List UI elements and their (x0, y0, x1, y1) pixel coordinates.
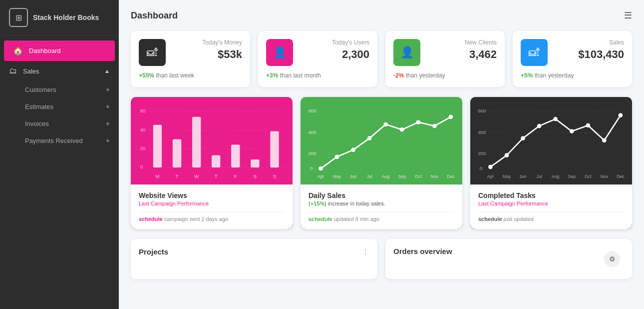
clients-value: 3,462 (465, 48, 497, 61)
svg-point-36 (432, 124, 437, 128)
svg-rect-9 (173, 140, 181, 168)
clients-change-text: than yesterday (406, 72, 445, 79)
svg-text:Nov: Nov (601, 174, 609, 179)
svg-text:Apr: Apr (487, 174, 494, 179)
clients-footer: -2% than yesterday (393, 72, 497, 79)
hamburger-menu-icon[interactable]: ☰ (624, 10, 632, 21)
svg-point-58 (553, 117, 558, 122)
website-views-chart-area: 60 40 20 0 (131, 97, 293, 184)
bar-chart-svg: 60 40 20 0 (136, 102, 288, 184)
sidebar-item-customers[interactable]: Customers + (0, 81, 119, 98)
sidebar-item-estimates[interactable]: Estimates + (0, 98, 119, 115)
sales-change: +5% (521, 72, 533, 79)
clients-change: -2% (393, 72, 404, 79)
stat-card-sales: 🛋 Sales $103,430 +5% than yesterday (513, 31, 632, 87)
money-info: Today's Money $53k (202, 39, 242, 61)
gear-settings-button[interactable]: ⚙ (604, 251, 620, 267)
main-content: Dashboard ☰ 🛋 Today's Money $53k +55% th… (119, 0, 644, 309)
svg-point-59 (570, 129, 574, 134)
svg-text:Dec: Dec (447, 174, 455, 179)
svg-point-62 (619, 113, 623, 118)
svg-point-55 (505, 153, 509, 158)
add-estimates-icon[interactable]: + (106, 102, 110, 110)
daily-sales-title: Daily Sales (309, 192, 454, 200)
svg-rect-12 (231, 144, 240, 168)
money-change-text: than last week (156, 72, 194, 79)
svg-text:Jun: Jun (350, 174, 357, 179)
stat-card-money: 🛋 Today's Money $53k +55% than last week (131, 31, 250, 87)
logo-area: ⊞ Stack Holder Books (0, 0, 119, 36)
sidebar-item-payments[interactable]: Payments Received + (0, 132, 119, 149)
sidebar-item-dashboard[interactable]: 🏠 Dashboard (4, 40, 115, 61)
sidebar-item-invoices[interactable]: Invoices + (0, 115, 119, 132)
sidebar-item-sales[interactable]: 🗂 Sales ▲ (0, 61, 119, 81)
orders-header: Orders overview (393, 247, 624, 256)
svg-point-30 (335, 154, 339, 159)
stat-card-top: 👤 Today's Users 2,300 (266, 39, 369, 66)
svg-text:200: 200 (478, 151, 486, 156)
svg-text:600: 600 (308, 108, 316, 114)
svg-text:Sep: Sep (398, 174, 406, 179)
svg-rect-11 (212, 155, 220, 167)
svg-text:60: 60 (140, 108, 146, 114)
completed-tasks-schedule-text: just updated (504, 216, 534, 222)
orders-card: Orders overview (385, 239, 632, 279)
add-customers-icon[interactable]: + (106, 86, 110, 94)
daily-sales-footer: schedule updated 4 min ago (309, 212, 454, 222)
users-info: Today's Users 2,300 (332, 39, 369, 61)
sidebar-dashboard-label: Dashboard (29, 47, 61, 54)
sidebar: ⊞ Stack Holder Books 🏠 Dashboard 🗂 Sales… (0, 0, 119, 309)
svg-rect-10 (192, 117, 201, 168)
daily-sales-card: 600 400 200 0 (301, 97, 462, 229)
svg-text:S: S (254, 174, 257, 179)
svg-text:May: May (333, 174, 341, 179)
daily-sales-schedule: schedule (309, 216, 332, 222)
add-invoices-icon[interactable]: + (106, 120, 110, 128)
daily-sales-subtitle-text: increase in today sales. (328, 200, 385, 206)
svg-text:Dec: Dec (617, 174, 625, 179)
website-views-card: 60 40 20 0 (131, 97, 293, 229)
page-header: Dashboard ☰ (131, 10, 632, 21)
svg-point-61 (602, 138, 607, 142)
completed-tasks-footer: schedule just updated (478, 212, 624, 222)
svg-point-29 (319, 166, 323, 171)
svg-text:Aug: Aug (552, 174, 560, 179)
line-chart-green-svg: 600 400 200 0 (306, 102, 457, 184)
svg-text:400: 400 (478, 130, 486, 135)
svg-text:40: 40 (140, 127, 146, 132)
money-change: +55% (139, 72, 154, 79)
logo-icon: ⊞ (9, 8, 28, 27)
svg-point-56 (521, 136, 525, 140)
daily-sales-chart-area: 600 400 200 0 (301, 97, 462, 184)
svg-text:F: F (234, 174, 237, 179)
clients-icon: 👤 (393, 39, 420, 66)
svg-point-32 (367, 136, 372, 140)
svg-text:S: S (273, 174, 277, 179)
svg-text:T: T (176, 174, 179, 179)
projects-menu-icon[interactable]: ⋮ (361, 247, 369, 256)
sales-subnav: Customers + Estimates + Invoices + Payme… (0, 81, 119, 149)
svg-point-57 (537, 124, 542, 128)
app-name: Stack Holder Books (33, 14, 99, 22)
svg-text:Jul: Jul (367, 174, 372, 179)
svg-rect-13 (251, 160, 259, 168)
sidebar-sales-label: Sales (23, 68, 39, 75)
completed-tasks-subtitle: Last Campaign Performance (478, 200, 624, 206)
website-views-info: Website Views Last Campaign Performance … (131, 184, 293, 229)
projects-card: Projects ⋮ (131, 239, 377, 279)
clients-info: New Clients 3,462 (465, 39, 497, 61)
svg-text:Aug: Aug (382, 174, 390, 179)
page-title: Dashboard (131, 10, 178, 21)
add-payments-icon[interactable]: + (106, 136, 110, 144)
sales-footer: +5% than yesterday (521, 72, 624, 79)
home-icon: 🏠 (13, 46, 23, 56)
svg-point-33 (383, 122, 388, 126)
svg-text:Sep: Sep (568, 174, 576, 179)
users-value: 2,300 (332, 48, 369, 61)
sales-label: Sales (578, 39, 624, 46)
svg-text:600: 600 (478, 108, 486, 114)
chart-cards-grid: 60 40 20 0 (131, 97, 632, 229)
stat-card-clients: 👤 New Clients 3,462 -2% than yesterday (385, 31, 505, 87)
money-label: Today's Money (202, 39, 242, 46)
svg-rect-14 (270, 132, 279, 168)
